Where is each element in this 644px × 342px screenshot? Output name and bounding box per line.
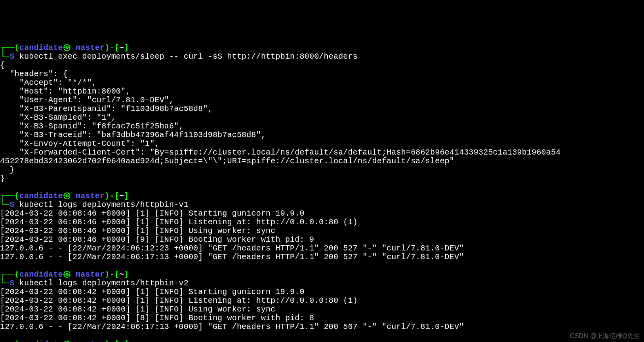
output-line: }: [0, 174, 644, 183]
output-line: "Host": "httpbin:8000",: [0, 87, 644, 96]
output-line: [2024-03-22 06:08:46 +0000] [1] [INFO] L…: [0, 218, 644, 227]
prompt-line-bottom[interactable]: └─$ kubectl logs deployments/httpbin-v2: [0, 279, 644, 288]
command-text: kubectl exec deployments/sleep -- curl -…: [19, 52, 358, 61]
command-text: kubectl logs deployments/httpbin-v1: [19, 200, 189, 209]
prompt-line-bottom[interactable]: └─$ kubectl logs deployments/httpbin-v1: [0, 201, 644, 209]
command-text: kubectl logs deployments/httpbin-v2: [19, 279, 189, 288]
output-line: [2024-03-22 06:08:42 +0000] [8] [INFO] B…: [0, 314, 644, 323]
output-line: 127.0.0.6 - - [22/Mar/2024:06:12:23 +000…: [0, 244, 644, 253]
prompt-line-top: ┌──(candidate㉿ master)-[~]: [0, 270, 644, 279]
output-line: [2024-03-22 06:08:42 +0000] [1] [INFO] S…: [0, 288, 644, 296]
output-line: "X-Envoy-Attempt-Count": "1",: [0, 139, 644, 148]
prompt-line-top: ┌──(candidate㉿ master)-[~]: [0, 192, 644, 201]
terminal[interactable]: ┌──(candidate㉿ master)-[~]└─$ kubectl ex…: [0, 44, 644, 342]
prompt-line-bottom[interactable]: └─$ kubectl exec deployments/sleep -- cu…: [0, 52, 644, 61]
output-line: {: [0, 61, 644, 70]
output-line: [0, 262, 644, 270]
output-line: "X-Forwarded-Client-Cert": "By=spiffe://…: [0, 148, 644, 157]
output-line: "X-B3-Spanid": "f8fcac7c51f25ba6",: [0, 122, 644, 131]
output-line: "X-B3-Traceid": "baf3dbb47396af44f1103d9…: [0, 131, 644, 139]
output-line: "headers": {: [0, 70, 644, 78]
output-line: "X-B3-Parentspanid": "f1103d98b7ac58d8",: [0, 105, 644, 113]
output-line: "X-B3-Sampled": "1",: [0, 113, 644, 122]
output-line: [0, 331, 644, 340]
output-line: }: [0, 166, 644, 174]
output-line: [2024-03-22 06:08:46 +0000] [1] [INFO] U…: [0, 227, 644, 235]
prompt-line-top: ┌──(candidate㉿ master)-[~]: [0, 44, 644, 52]
watermark-text: CSDN @上海运维Q先生: [570, 332, 640, 340]
output-line: 452278ebd32423062d702f0640aad924d;Subjec…: [0, 157, 644, 166]
output-line: [2024-03-22 06:08:46 +0000] [9] [INFO] B…: [0, 235, 644, 244]
output-line: "User-Agent": "curl/7.81.0-DEV",: [0, 96, 644, 105]
output-line: "Accept": "*/*",: [0, 78, 644, 87]
prompt-line-top: ┌──(candidate㉿ master)-[~]: [0, 340, 644, 342]
output-line: [0, 183, 644, 192]
output-line: 127.0.0.6 - - [22/Mar/2024:06:17:13 +000…: [0, 323, 644, 331]
output-line: 127.0.0.6 - - [22/Mar/2024:06:17:13 +000…: [0, 253, 644, 262]
output-line: [2024-03-22 06:08:42 +0000] [1] [INFO] U…: [0, 305, 644, 314]
output-line: [2024-03-22 06:08:42 +0000] [1] [INFO] L…: [0, 296, 644, 305]
output-line: [2024-03-22 06:08:46 +0000] [1] [INFO] S…: [0, 209, 644, 218]
